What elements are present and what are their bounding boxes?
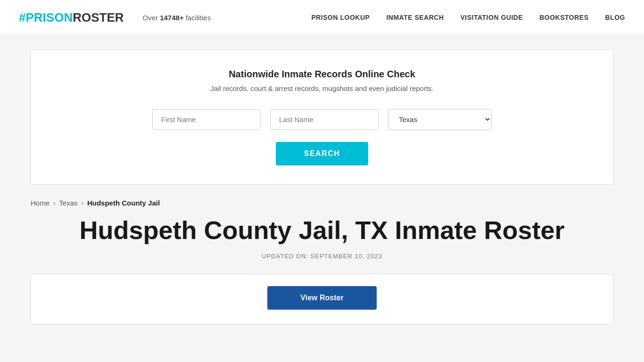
- page-updated: UPDATED ON: SEPTEMBER 10, 2023: [31, 253, 613, 260]
- breadcrumb-sep-1: ›: [53, 199, 55, 206]
- nav-prison-lookup[interactable]: PRISON LOOKUP: [311, 14, 370, 21]
- state-select[interactable]: AlabamaAlaskaArizonaArkansasCaliforniaCo…: [388, 109, 492, 130]
- facilities-prefix: Over: [143, 14, 160, 22]
- facilities-label: Over 14748+ facilities: [143, 14, 211, 22]
- search-button[interactable]: SEARCH: [276, 142, 369, 165]
- search-panel: Nationwide Inmate Records Online Check J…: [31, 49, 613, 185]
- breadcrumb-current: Hudspeth County Jail: [87, 199, 160, 207]
- breadcrumb-sep-2: ›: [82, 199, 83, 206]
- logo-prison: PRISON: [25, 10, 73, 25]
- logo-roster: ROSTER: [73, 10, 124, 25]
- breadcrumb-home[interactable]: Home: [31, 199, 50, 207]
- navbar: #PRISONROSTER Over 14748+ facilities PRI…: [0, 0, 644, 35]
- page-title-section: Hudspeth County Jail, TX Inmate Roster U…: [31, 216, 613, 260]
- nav-inmate-search[interactable]: INMATE SEARCH: [386, 14, 444, 21]
- last-name-input[interactable]: [270, 109, 379, 130]
- breadcrumb: Home › Texas › Hudspeth County Jail: [31, 199, 613, 207]
- nav-links: PRISON LOOKUP INMATE SEARCH VISITATION G…: [311, 14, 625, 21]
- content-card: View Roster: [31, 274, 613, 324]
- logo-hash: #: [19, 10, 25, 25]
- search-panel-title: Nationwide Inmate Records Online Check: [59, 69, 585, 80]
- search-button-row: SEARCH: [59, 142, 585, 165]
- nav-visitation-guide[interactable]: VISITATION GUIDE: [461, 14, 523, 21]
- nav-blog[interactable]: BLOG: [605, 14, 625, 21]
- breadcrumb-texas[interactable]: Texas: [59, 199, 77, 207]
- nav-bookstores[interactable]: BOOKSTORES: [539, 14, 588, 21]
- search-form-row: AlabamaAlaskaArizonaArkansasCaliforniaCo…: [59, 109, 585, 130]
- view-roster-button[interactable]: View Roster: [267, 286, 376, 310]
- page-title: Hudspeth County Jail, TX Inmate Roster: [31, 216, 613, 244]
- first-name-input[interactable]: [152, 109, 261, 130]
- search-panel-subtitle: Jail records, court & arrest records, mu…: [59, 84, 585, 92]
- facilities-count: 14748+: [160, 14, 183, 22]
- facilities-suffix: facilities: [184, 14, 211, 22]
- site-logo[interactable]: #PRISONROSTER: [19, 10, 124, 25]
